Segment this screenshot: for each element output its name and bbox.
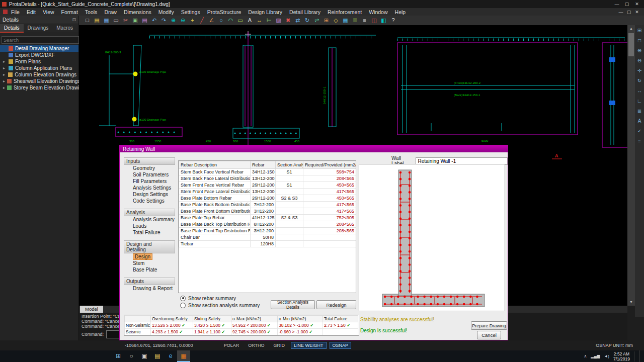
sidebar-item-export-dwg-dxf[interactable]: Export DWG/DXF: [0, 52, 78, 58]
file-explorer-button[interactable]: ▤: [151, 350, 164, 362]
sidebar-item-column-elevation-drawings[interactable]: ▸Column Elevation Drawings: [0, 71, 78, 78]
nav-item-loads[interactable]: Loads: [124, 223, 175, 229]
save-icon[interactable]: ▦: [102, 17, 111, 24]
redesign-button[interactable]: Redesign: [316, 300, 356, 309]
lineweight-toggle[interactable]: LINE WEIGHT: [291, 342, 327, 349]
menu-edit[interactable]: Edit: [23, 9, 39, 15]
zoom-in-icon[interactable]: ⊕: [636, 47, 643, 54]
menu-file[interactable]: File: [8, 9, 23, 15]
reinforcement-icon[interactable]: ◫: [370, 17, 378, 24]
nav-item-analysis-settings[interactable]: Analysis Settings: [124, 185, 175, 191]
zoom-out-icon[interactable]: ⊖: [636, 57, 643, 64]
table-row[interactable]: Base Plate Bottom Rebar26H12-200S2 & S34…: [179, 195, 356, 202]
ortho-toggle[interactable]: ORTHO: [245, 342, 267, 349]
sidebar-item-column-application-plans[interactable]: ▸Column Application Plans: [0, 65, 78, 71]
cancel-button[interactable]: Cancel: [477, 331, 501, 339]
edge-button[interactable]: e: [164, 350, 177, 362]
paste-icon[interactable]: ▤: [140, 17, 149, 24]
move-icon[interactable]: ⇄: [293, 17, 302, 24]
osnap-toggle[interactable]: OSNAP: [330, 342, 352, 349]
table-row[interactable]: Stem Back Face Lateral Distribution Reba…: [179, 175, 356, 182]
nav-item-base-plate[interactable]: Base Plate: [124, 266, 175, 273]
menu-protastructure[interactable]: ProtaStructure: [204, 9, 245, 15]
check-icon[interactable]: ✓: [636, 128, 643, 135]
dimension-icon[interactable]: ↔: [255, 17, 264, 24]
menu-modify[interactable]: Modify: [155, 9, 178, 15]
search-button[interactable]: ○: [125, 350, 138, 362]
menu-tools[interactable]: Tools: [82, 9, 101, 15]
zoom-out-icon[interactable]: ⊖: [179, 17, 187, 24]
annotate-icon[interactable]: A: [636, 118, 643, 125]
pan-icon[interactable]: ✛: [636, 67, 643, 74]
copy-icon[interactable]: ▣: [131, 17, 139, 24]
menu-settings[interactable]: Settings: [178, 9, 204, 15]
child-minimize-button[interactable]: —: [617, 10, 625, 15]
cut-icon[interactable]: ✂: [121, 17, 130, 24]
erase-icon[interactable]: ✖: [284, 17, 292, 24]
help-icon[interactable]: ?: [389, 17, 397, 24]
tab-details[interactable]: Details: [0, 24, 24, 33]
table-row[interactable]: Tiebar120H8: [179, 241, 356, 247]
menu-format[interactable]: Format: [58, 9, 82, 15]
pan-icon[interactable]: +: [188, 17, 197, 24]
undo-icon[interactable]: ↶: [150, 17, 158, 24]
polyline-icon[interactable]: ∠: [207, 17, 216, 24]
tab-drawings[interactable]: Drawings: [24, 24, 53, 33]
menu-design-library[interactable]: Design Library: [245, 9, 286, 15]
properties-icon[interactable]: ≡: [360, 17, 369, 24]
menu-reinforcement[interactable]: Reinforcement: [324, 9, 365, 15]
arc-icon[interactable]: ◠: [226, 17, 235, 24]
scroll-up-icon[interactable]: ▲: [627, 25, 635, 32]
table-row[interactable]: Base Plate Top Rebar41H12-125S2 & S3752<…: [179, 215, 356, 221]
sidebar-item-storey-beam-elevation-drawings[interactable]: ▸Storey Beam Elevation Drawings: [0, 84, 78, 91]
layers-icon[interactable]: ≣: [351, 17, 359, 24]
dialog-titlebar[interactable]: Retaining Wall: [120, 145, 508, 152]
menu-window[interactable]: Window: [365, 9, 391, 15]
table-row[interactable]: Stem Front Face Lateral Distribution Reb…: [179, 189, 356, 195]
sidebar-item-shearwall-elevation-drawings[interactable]: ▸Shearwall Elevation Drawings: [0, 78, 78, 84]
scrollbar-thumb[interactable]: [628, 33, 634, 56]
line-icon[interactable]: ╱: [198, 17, 206, 24]
start-button[interactable]: ⊞: [112, 350, 125, 362]
child-close-button[interactable]: ✕: [633, 10, 641, 15]
grid-icon[interactable]: ▦: [341, 17, 350, 24]
table-row[interactable]: Base Plate Back Bottom Distribution Reba…: [179, 202, 356, 208]
nav-item-geometry[interactable]: Geometry: [124, 165, 175, 171]
nav-item-analysis-summary[interactable]: Analysis Summary: [124, 216, 175, 223]
nav-item-fill-parameters[interactable]: Fill Parameters: [124, 178, 175, 185]
pin-icon[interactable]: ⊡: [72, 17, 76, 22]
hatch-icon[interactable]: ▨: [274, 17, 283, 24]
grid-toggle[interactable]: GRID: [270, 342, 288, 349]
vertical-scrollbar[interactable]: ▲ ▼: [627, 25, 635, 306]
menu-detail-library[interactable]: Detail Library: [286, 9, 324, 15]
maximize-button[interactable]: ▢: [622, 2, 632, 7]
osnap-icon[interactable]: ◇: [332, 17, 340, 24]
section-analysis-details-button[interactable]: Section Analysis Details: [271, 300, 315, 309]
settings-icon[interactable]: ≡: [636, 138, 643, 145]
new-icon[interactable]: □: [83, 17, 92, 24]
prepare-drawing-button[interactable]: Prepare Drawing: [471, 321, 507, 330]
sidebar-item-form-plans[interactable]: ▸Form Plans: [0, 58, 78, 65]
minimize-button[interactable]: —: [612, 2, 622, 7]
nav-item-code-settings[interactable]: Code Settings: [124, 198, 175, 204]
open-icon[interactable]: ▤: [93, 17, 101, 24]
nav-item-design[interactable]: Design: [124, 253, 175, 260]
table-row[interactable]: Stem Front Face Vertical Rebar26H12-200S…: [179, 182, 356, 189]
nav-item-stem[interactable]: Stem: [124, 260, 175, 266]
show-desktop-button[interactable]: [639, 350, 642, 362]
array-icon[interactable]: ⊞: [322, 17, 331, 24]
radio-show-section-analysis-summary[interactable]: Show section analysis summary: [180, 302, 260, 309]
text-icon[interactable]: A: [246, 17, 254, 24]
menu-dimensions[interactable]: Dimensions: [120, 9, 155, 15]
close-button[interactable]: ✕: [632, 2, 642, 7]
table-row[interactable]: Base Plate Back Top Distribution Rebar8H…: [179, 221, 356, 228]
search-input[interactable]: [2, 36, 79, 44]
circle-icon[interactable]: ○: [217, 17, 225, 24]
nav-item-design-settings[interactable]: Design Settings: [124, 191, 175, 198]
nav-item-soil-parameters[interactable]: Soil Parameters: [124, 171, 175, 178]
scroll-down-icon[interactable]: ▼: [627, 299, 635, 306]
layers-icon[interactable]: ≣: [636, 108, 643, 115]
tab-macros[interactable]: Macros: [52, 24, 77, 33]
print-icon[interactable]: ▭: [112, 17, 120, 24]
table-row[interactable]: Base Plate Front Top Distribution Rebar3…: [179, 228, 356, 234]
